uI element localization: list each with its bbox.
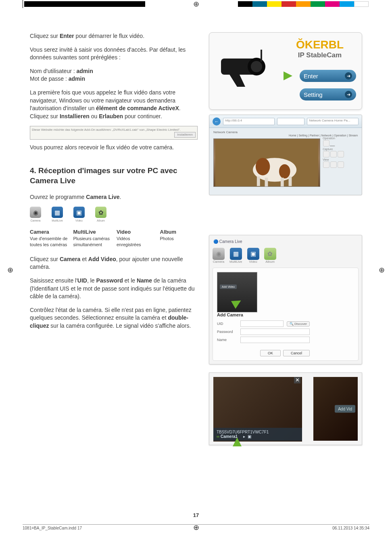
- video-tab-icon[interactable]: ▣: [247, 248, 259, 260]
- print-registration-top: ⊕: [0, 0, 392, 8]
- name-label: Name: [217, 338, 237, 342]
- album-icon: ✿: [95, 207, 106, 218]
- capture-label: Capture: [323, 148, 353, 151]
- app-icons-row: ◉Camera ▦MultiLive ▣Video ✿Album: [30, 207, 198, 223]
- preview-thumbnail: Add Video: [217, 272, 257, 312]
- add-video-button[interactable]: Add Vid: [335, 405, 355, 413]
- add-video-tag[interactable]: Add Video: [220, 285, 237, 289]
- window-title: 🔵 Camera Live: [213, 239, 359, 246]
- name-input[interactable]: [240, 337, 310, 343]
- camera-product-image: [215, 38, 279, 99]
- cancel-button[interactable]: Cancel: [283, 350, 310, 356]
- paragraph: Cliquez sur Enter pour démarrer le flux …: [30, 32, 198, 40]
- activex-install-bar: Diese Website möchte das folgende Add-On…: [30, 126, 198, 139]
- url-bar-2[interactable]: [277, 118, 305, 125]
- paragraph: Cliquez sur Camera et Add Video, pour aj…: [30, 255, 198, 271]
- install-button[interactable]: Installieren: [174, 132, 196, 138]
- uid-input[interactable]: [240, 320, 284, 327]
- section-heading: 4. Réception d'images sur votre PC avec …: [30, 166, 198, 186]
- camera-live-screenshot: 🔵 Camera Live ◉Camera ▦MultiLive ▣Video …: [209, 235, 362, 364]
- url-bar[interactable]: http://86.0.4: [223, 118, 275, 125]
- panel-title: Add Camera: [217, 312, 310, 317]
- live-side-panel: Add Vid: [313, 377, 358, 441]
- camera-info-strip[interactable]: ✕ TBS5VD7U6FPRT1VWC7F1 ∞ Camera1 ▸ ▣: [213, 428, 302, 441]
- icons-description: CameraVue d'ensemble de toutes les camér…: [30, 228, 198, 248]
- camera-icon: ◉: [30, 207, 41, 218]
- arrow-icon: [284, 71, 292, 80]
- video-icon: ▣: [73, 207, 85, 218]
- password-input[interactable]: [240, 329, 310, 335]
- view-label: View: [323, 158, 353, 161]
- browser-screenshot: ← http://86.0.4 Network Camera Home Pa..…: [209, 115, 362, 195]
- paragraph: Vous pourrez alors recevoir le flux vidé…: [30, 144, 198, 152]
- arrow-up-icon: [233, 437, 242, 446]
- kerbl-app-screenshot: ŎKERBL IP StableCam Enter Setting: [209, 32, 362, 110]
- close-icon[interactable]: ✕: [294, 377, 300, 383]
- svg-rect-11: [289, 176, 292, 186]
- paragraph: Contrôlez l'état de la caméra. Si elle n…: [30, 306, 198, 330]
- multilive-tab-icon[interactable]: ▦: [230, 248, 242, 260]
- mini-btn[interactable]: [330, 161, 337, 168]
- enter-button[interactable]: Enter: [300, 70, 356, 82]
- back-icon[interactable]: ←: [213, 117, 221, 126]
- paragraph: Vous serez invité à saisir vos données d…: [30, 46, 198, 62]
- mini-btn[interactable]: [323, 161, 329, 168]
- kerbl-subtitle: IP StableCam: [284, 51, 356, 59]
- credentials: Nom d'utilisateur : admin Mot de passe :…: [30, 67, 198, 83]
- svg-point-2: [251, 61, 262, 72]
- password-label: Password: [217, 330, 237, 334]
- discover-button[interactable]: 🔍 Discover: [287, 321, 310, 327]
- paragraph: Saisissez ensuite l'UID, le Password et …: [30, 277, 198, 301]
- svg-rect-8: [257, 176, 260, 186]
- paragraph: Ouvrez le programme Camera Live.: [30, 193, 198, 201]
- svg-rect-10: [281, 178, 284, 186]
- album-tab-icon[interactable]: ✿: [264, 248, 276, 260]
- page-number: 17: [193, 512, 199, 518]
- registration-mark-left: ⊕: [7, 266, 13, 274]
- mini-btn[interactable]: [323, 140, 329, 147]
- mini-btn[interactable]: [338, 161, 344, 168]
- camera-tab-icon[interactable]: ◉: [213, 248, 225, 260]
- indesign-footer: 1081=BA_IP_StableCam.indd 1706.11.2013 1…: [23, 524, 369, 530]
- nav-links[interactable]: Home | Setting | Partner | Network | Ope…: [213, 134, 358, 137]
- setting-button[interactable]: Setting: [300, 88, 356, 100]
- page-title: Network Camera: [213, 130, 358, 134]
- arrow-icon: [231, 297, 243, 309]
- svg-rect-9: [265, 178, 268, 186]
- registration-mark-top: ⊕: [193, 0, 199, 8]
- svg-point-7: [279, 164, 290, 178]
- live-view-screenshot: ✕ TBS5VD7U6FPRT1VWC7F1 ∞ Camera1 ▸ ▣ Add…: [209, 373, 362, 445]
- uid-label: UID: [217, 322, 237, 326]
- ok-button[interactable]: OK: [260, 350, 281, 356]
- search-bar[interactable]: Network Camera Home Pa...: [307, 118, 359, 125]
- operation-label: Operation: [323, 137, 353, 140]
- video-stream: [213, 138, 320, 187]
- svg-point-6: [256, 158, 270, 175]
- cmyk-bars: [24, 1, 145, 7]
- color-swatches: [238, 1, 369, 7]
- mini-btn[interactable]: [338, 151, 344, 157]
- mini-btn[interactable]: [330, 151, 337, 157]
- mini-btn[interactable]: [323, 151, 329, 157]
- multilive-icon: ▦: [52, 207, 63, 218]
- svg-rect-3: [261, 50, 262, 62]
- paragraph: La première fois que vous appelez le flu…: [30, 89, 198, 120]
- kerbl-logo: ŎKERBL: [284, 38, 356, 51]
- registration-mark-right: ⊕: [379, 266, 385, 274]
